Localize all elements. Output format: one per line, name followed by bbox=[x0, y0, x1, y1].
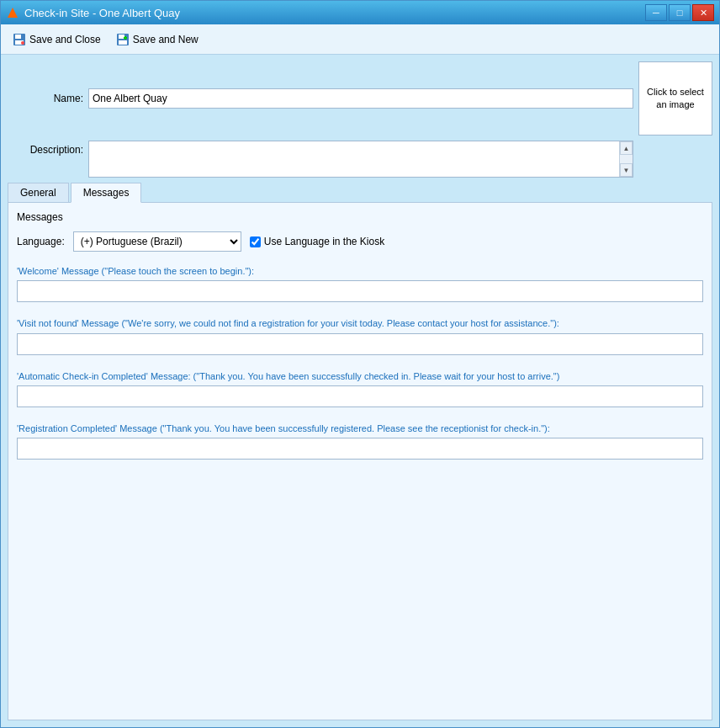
language-select[interactable]: (+) Portuguese (Brazil) bbox=[73, 231, 241, 252]
save-close-label: Save and Close bbox=[29, 34, 101, 45]
registration-completed-desc: 'Registration Completed' Message ("Thank… bbox=[17, 422, 703, 434]
name-row: Name: Click to select an image bbox=[8, 61, 712, 136]
welcome-message-input[interactable] bbox=[17, 280, 703, 302]
main-window: Check-in Site - One Albert Quay ─ □ ✕ Sa… bbox=[0, 0, 720, 728]
save-new-label: Save and New bbox=[133, 34, 199, 45]
visit-not-found-block: 'Visit not found' Message ("We're sorry,… bbox=[17, 317, 703, 354]
content-area: Name: Click to select an image Descripti… bbox=[1, 55, 719, 727]
window-title: Check-in Site - One Albert Quay bbox=[24, 7, 180, 19]
minimize-button[interactable]: ─ bbox=[645, 4, 667, 21]
toolbar: Save and Close Save and New bbox=[1, 24, 719, 55]
title-bar-left: Check-in Site - One Albert Quay bbox=[6, 6, 180, 19]
tab-general[interactable]: General bbox=[8, 183, 69, 202]
auto-checkin-desc: 'Automatic Check-in Completed' Message: … bbox=[17, 370, 703, 382]
tab-messages[interactable]: Messages bbox=[71, 183, 142, 203]
auto-checkin-input[interactable] bbox=[17, 385, 703, 407]
save-new-icon bbox=[116, 33, 130, 46]
svg-rect-7 bbox=[119, 40, 127, 45]
save-close-icon bbox=[13, 33, 26, 46]
description-textarea-wrapper: ▲ ▼ bbox=[88, 141, 633, 178]
tab-bar: General Messages bbox=[8, 183, 712, 203]
app-icon bbox=[6, 6, 19, 19]
visit-not-found-desc: 'Visit not found' Message ("We're sorry,… bbox=[17, 317, 703, 329]
close-button[interactable]: ✕ bbox=[692, 4, 714, 21]
use-language-checkbox[interactable] bbox=[250, 236, 261, 247]
svg-rect-6 bbox=[119, 35, 124, 39]
description-label: Description: bbox=[8, 141, 83, 156]
messages-section: Language: (+) Portuguese (Brazil) Use La… bbox=[17, 231, 703, 475]
welcome-message-desc: 'Welcome' Message ("Please touch the scr… bbox=[17, 265, 703, 277]
title-bar: Check-in Site - One Albert Quay ─ □ ✕ bbox=[1, 1, 719, 24]
scroll-up-btn[interactable]: ▲ bbox=[620, 141, 633, 155]
save-new-button[interactable]: Save and New bbox=[109, 29, 205, 50]
welcome-message-block: 'Welcome' Message ("Please touch the scr… bbox=[17, 265, 703, 302]
description-row: Description: ▲ ▼ bbox=[8, 141, 712, 178]
name-input[interactable] bbox=[88, 88, 633, 109]
auto-checkin-block: 'Automatic Check-in Completed' Message: … bbox=[17, 370, 703, 407]
language-row: Language: (+) Portuguese (Brazil) Use La… bbox=[17, 231, 703, 252]
description-textarea[interactable] bbox=[89, 141, 619, 177]
use-language-label: Use Language in the Kiosk bbox=[264, 236, 384, 247]
description-scrollbar: ▲ ▼ bbox=[619, 141, 633, 177]
tab-content-messages: Messages Language: (+) Portuguese (Brazi… bbox=[8, 203, 712, 720]
messages-section-title: Messages bbox=[17, 211, 703, 223]
registration-completed-block: 'Registration Completed' Message ("Thank… bbox=[17, 422, 703, 460]
svg-point-4 bbox=[21, 41, 24, 45]
maximize-button[interactable]: □ bbox=[669, 4, 691, 21]
image-select-button[interactable]: Click to select an image bbox=[638, 61, 712, 136]
registration-completed-input[interactable] bbox=[17, 438, 703, 460]
svg-marker-0 bbox=[8, 8, 18, 18]
scroll-down-btn[interactable]: ▼ bbox=[620, 163, 633, 177]
title-bar-controls: ─ □ ✕ bbox=[645, 4, 714, 21]
name-label: Name: bbox=[8, 93, 83, 104]
save-close-button[interactable]: Save and Close bbox=[6, 29, 108, 50]
tabs-area: General Messages Messages Language: (+) … bbox=[8, 183, 712, 720]
svg-rect-2 bbox=[15, 35, 21, 39]
use-language-row: Use Language in the Kiosk bbox=[250, 236, 384, 247]
language-label: Language: bbox=[17, 236, 65, 247]
visit-not-found-input[interactable] bbox=[17, 333, 703, 355]
